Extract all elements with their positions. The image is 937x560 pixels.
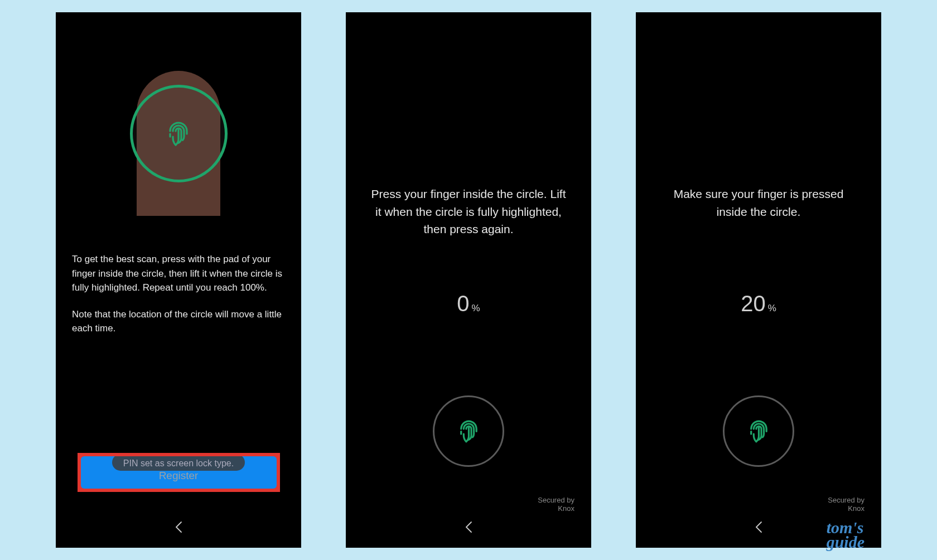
annotation-highlight-box: PIN set as screen lock type. Register (78, 453, 280, 492)
back-button[interactable] (465, 521, 472, 537)
scan-instruction-message: Make sure your finger is pressed inside … (636, 185, 881, 220)
secured-line2: Knox (828, 504, 864, 513)
secured-line1: Secured by (538, 496, 574, 505)
progress-value: 20 (741, 291, 766, 316)
register-button[interactable]: PIN set as screen lock type. Register (81, 456, 277, 489)
secured-line1: Secured by (828, 496, 864, 505)
fingerprint-target-circle[interactable] (723, 395, 794, 467)
watermark-line2: guide (827, 535, 864, 549)
instruction-paragraph-2: Note that the location of the circle wil… (72, 307, 285, 336)
phone-screen-1: To get the best scan, press with the pad… (56, 12, 301, 548)
toast-text: PIN set as screen lock type. (123, 458, 234, 468)
fingerprint-icon (453, 416, 484, 447)
back-button[interactable] (175, 521, 182, 537)
instruction-paragraph-1: To get the best scan, press with the pad… (72, 252, 285, 295)
secured-by-knox: Secured by Knox (828, 496, 864, 513)
progress-unit: % (768, 303, 776, 314)
chevron-left-icon (465, 521, 472, 533)
tomsguide-watermark: tom's guide (827, 520, 864, 549)
scan-instruction-message: Press your finger inside the circle. Lif… (346, 185, 591, 238)
register-button-label: Register (86, 470, 271, 482)
chevron-left-icon (175, 521, 182, 533)
scan-progress: 20 % (636, 291, 881, 316)
instruction-text: To get the best scan, press with the pad… (56, 224, 301, 348)
fingerprint-target-circle[interactable] (433, 395, 504, 467)
scan-progress: 0 % (346, 291, 591, 316)
fingerprint-icon (743, 416, 774, 447)
phone-screen-3: Make sure your finger is pressed inside … (636, 12, 881, 548)
back-button[interactable] (755, 521, 762, 537)
finger-illustration (56, 12, 301, 224)
fingerprint-scan-circle (130, 85, 228, 182)
progress-unit: % (472, 303, 480, 314)
fingerprint-icon (162, 117, 195, 151)
bottom-button-area: PIN set as screen lock type. Register (56, 453, 301, 492)
progress-value: 0 (457, 291, 469, 316)
chevron-left-icon (755, 521, 762, 533)
secured-by-knox: Secured by Knox (538, 496, 574, 513)
secured-line2: Knox (538, 504, 574, 513)
pin-set-toast: PIN set as screen lock type. (112, 456, 245, 471)
phone-screen-2: Press your finger inside the circle. Lif… (346, 12, 591, 548)
